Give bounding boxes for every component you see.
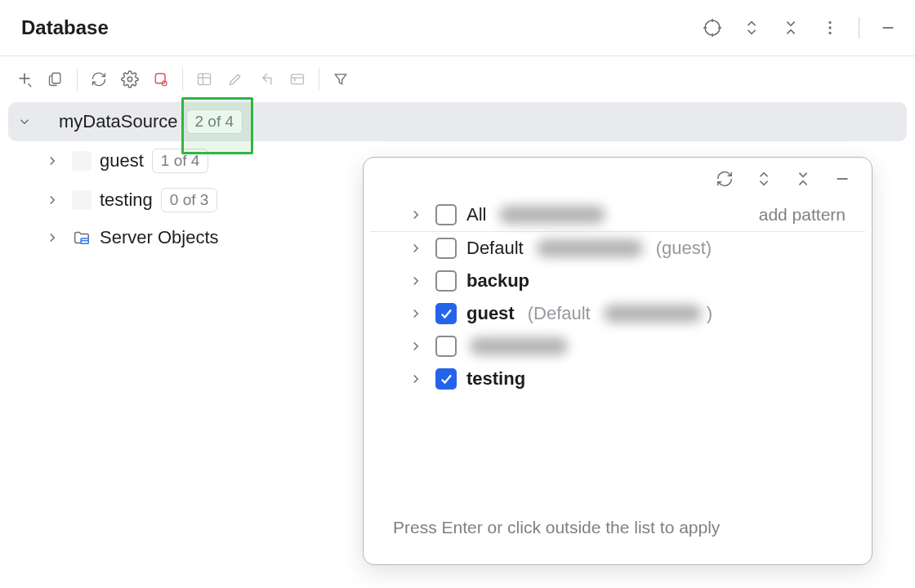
chevron-right-icon[interactable] [42,190,62,210]
schema-selector-popup: All add pattern Default (guest) backup [363,157,873,565]
checkbox[interactable] [435,336,457,357]
svg-point-5 [828,21,831,24]
collapse-vertical-icon[interactable] [793,169,813,189]
schema-option[interactable]: testing [370,363,865,395]
svg-rect-13 [155,74,165,83]
kebab-menu-icon[interactable] [819,17,841,38]
redacted-text [499,206,605,224]
checkbox[interactable] [435,270,457,292]
target-icon[interactable] [702,17,723,38]
option-label: backup [466,270,529,292]
svg-point-12 [127,77,132,82]
option-suffix-close: ) [707,303,712,324]
refresh-icon[interactable] [89,69,109,89]
option-label: All [466,204,486,225]
stop-icon[interactable] [151,69,171,89]
server-objects-label: Server Objects [100,227,219,248]
highlight-annotation [181,97,254,154]
separator [319,68,319,91]
database-icon [72,190,92,210]
expand-vertical-icon[interactable] [741,17,762,38]
separator [182,68,183,91]
chevron-down-icon[interactable] [15,112,34,131]
option-label: Default [466,238,524,259]
copy-icon[interactable] [46,69,65,89]
add-pattern-link[interactable]: add pattern [759,205,846,225]
svg-rect-11 [52,74,60,84]
refresh-icon[interactable] [715,169,734,189]
toolbar [0,56,915,102]
checkbox[interactable] [435,238,457,259]
chevron-right-icon[interactable] [406,205,426,225]
schema-option-default[interactable]: Default (guest) [370,232,865,265]
minimize-icon[interactable] [877,17,899,38]
option-label: guest [466,303,515,324]
chevron-right-icon[interactable] [42,151,62,171]
popup-hint: Press Enter or click outside the list to… [364,498,872,564]
datasource-count-badge[interactable]: 2 of 4 [186,109,243,134]
chevron-right-icon[interactable] [406,336,426,356]
redacted-text [537,239,643,257]
redacted-text [470,337,568,355]
console-icon[interactable] [288,69,307,89]
svg-point-0 [705,20,720,35]
chevron-right-icon[interactable] [406,369,426,389]
separator [77,68,78,91]
filter-icon[interactable] [331,69,350,89]
schema-option[interactable]: guest (Default ) [370,297,865,330]
redacted-text [604,305,702,323]
schema-option-all[interactable]: All add pattern [370,198,865,232]
svg-point-6 [828,26,831,29]
schema-option[interactable] [370,330,865,363]
database-name: testing [100,189,153,211]
expand-vertical-icon[interactable] [754,169,774,189]
grid-icon[interactable] [194,69,214,89]
option-label: testing [466,368,525,390]
svg-point-7 [828,32,831,34]
jump-icon[interactable] [257,69,276,89]
datasource-name: myDataSource [59,111,178,132]
option-suffix: (guest) [656,238,712,259]
option-suffix: (Default [528,303,591,324]
minimize-icon[interactable] [832,169,852,189]
checkbox-checked[interactable] [435,368,457,390]
svg-rect-20 [292,74,304,84]
chevron-right-icon[interactable] [406,238,426,258]
checkbox-checked[interactable] [435,303,457,324]
database-name: guest [100,150,144,172]
schema-count-badge[interactable]: 0 of 3 [161,188,218,212]
svg-rect-15 [199,74,211,84]
collapse-vertical-icon[interactable] [780,17,801,38]
panel-title: Database [21,16,109,39]
chevron-right-icon[interactable] [406,304,426,323]
gear-icon[interactable] [120,69,140,89]
add-icon[interactable] [15,69,34,89]
chevron-right-icon[interactable] [42,228,62,247]
schema-option[interactable]: backup [370,265,865,297]
separator [859,17,859,38]
edit-icon[interactable] [225,69,245,89]
datasource-row[interactable]: myDataSource 2 of 4 [8,102,907,141]
database-icon [72,151,92,171]
chevron-right-icon[interactable] [406,271,426,291]
checkbox[interactable] [435,204,457,225]
folder-icon [72,228,92,247]
